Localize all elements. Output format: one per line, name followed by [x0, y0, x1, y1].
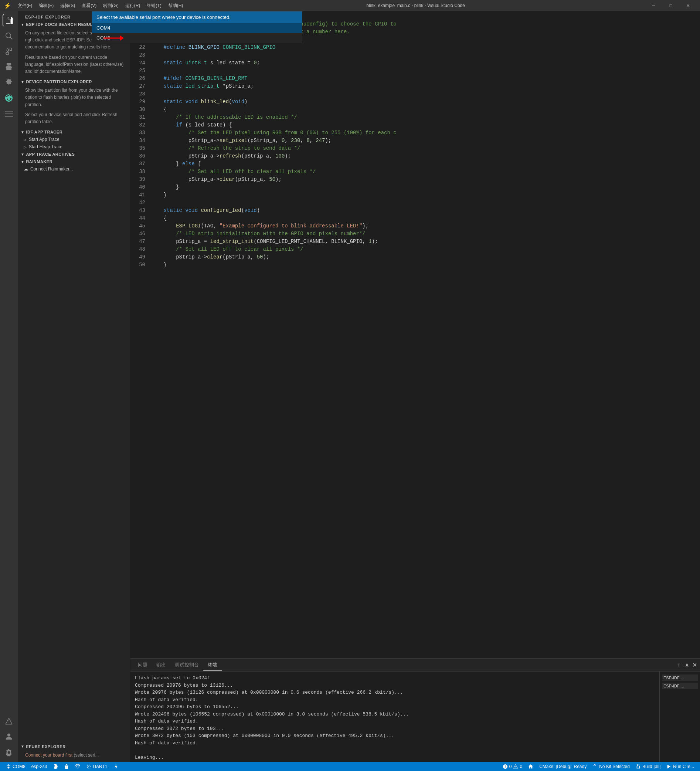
close-button[interactable]: ✕ — [679, 0, 696, 11]
dropdown-prompt: Select the available serial port where y… — [130, 11, 302, 23]
terminal-line-2: Compressed 20976 bytes to 13126... — [135, 682, 655, 689]
status-home[interactable] — [525, 764, 536, 769]
section-archives-label: APP TRACE ARCHIVES — [26, 152, 75, 156]
play-app-trace-icon: ▷ — [24, 138, 27, 142]
chevron-archives-icon: ▼ — [21, 152, 24, 156]
menu-file[interactable]: 文件(F) — [15, 2, 35, 10]
status-port[interactable]: COM8 — [3, 762, 28, 771]
terminal-line-11 — [135, 747, 655, 754]
connect-rainmaker-action[interactable]: ☁ Connect Rainmaker... — [18, 165, 130, 173]
code-editor: 18 19 20 21 22 23 24 25 26 27 28 29 30 3… — [130, 11, 700, 658]
status-gear[interactable] — [50, 762, 61, 771]
chevron-tracer-icon: ▼ — [21, 130, 24, 134]
activity-extensions-icon[interactable] — [3, 76, 15, 89]
menu-run[interactable]: 运行(R) — [122, 2, 143, 10]
start-app-trace-label: Start App Trace — [29, 137, 60, 142]
terminal-line-3: Wrote 20976 bytes (13126 compressed) at … — [135, 689, 655, 696]
terminal-line-12: Leaving... — [135, 754, 655, 761]
code-view: 18 19 20 21 22 23 24 25 26 27 28 29 30 3… — [130, 11, 700, 658]
terminal-line-8: Compressed 3072 bytes to 103... — [135, 725, 655, 732]
tab-debug-console[interactable]: 调试控制台 — [171, 659, 203, 670]
terminal-tab-espidf-2[interactable]: ESP-IDF ... — [662, 683, 698, 689]
status-cmake[interactable]: CMake: [Debug]: Ready — [536, 764, 590, 769]
menu-goto[interactable]: 转到(G) — [100, 2, 121, 10]
code-line-50: } — [151, 261, 697, 269]
chevron-partition-icon: ▼ — [21, 80, 24, 84]
panel-close-icon[interactable]: ✕ — [692, 662, 697, 669]
build-icon — [636, 764, 641, 769]
docs-search-content2: Results are based on your current vscode… — [18, 54, 130, 78]
tab-problems[interactable]: 问题 — [133, 659, 152, 670]
activity-settings-icon[interactable] — [3, 746, 15, 759]
status-project-label: esp-2s3 — [31, 764, 47, 769]
panel-add-icon[interactable]: ＋ — [676, 661, 682, 669]
efuse-link[interactable]: Connect your board first — [25, 753, 72, 758]
panel-chevron-up-icon[interactable]: ∧ — [685, 662, 689, 669]
code-line-31: /* If the addressable LED is enabled */ — [151, 114, 697, 121]
section-rainmaker[interactable]: ▼ RAINMAKER — [18, 158, 130, 165]
section-partition-label: DEVICE PARTITION EXPLORER — [26, 80, 92, 84]
panel-area: 问题 输出 调试控制台 终端 ＋ ∧ ✕ Flash params set to… — [130, 658, 700, 762]
maximize-button[interactable]: □ — [662, 0, 679, 11]
status-build[interactable]: Build [all] — [633, 764, 663, 769]
code-line-34: pStrip_a->set_pixel(pStrip_a, 0, 230, 8,… — [151, 137, 697, 145]
tab-output[interactable]: 输出 — [152, 659, 171, 670]
code-line-41: } — [151, 191, 697, 199]
dropdown-com8[interactable]: COM8 — [130, 33, 302, 43]
activity-debug-icon[interactable] — [3, 61, 15, 73]
status-run-ctest[interactable]: Run CTe... — [663, 764, 697, 769]
section-docs-label: ESP-IDF DOCS SEARCH RESULTS — [26, 22, 98, 27]
menu-select[interactable]: 选择(S) — [57, 2, 78, 10]
terminal-tab-espidf-1[interactable]: ESP-IDF ... — [662, 675, 698, 681]
activity-explorer-icon[interactable] — [3, 14, 15, 27]
start-heap-trace-action[interactable]: ▷ Start Heap Trace — [18, 143, 130, 151]
main-layout: ESP-IDF EXPLORER ▼ ESP-IDF DOCS SEARCH R… — [0, 11, 700, 762]
statusbar: COM8 esp-2s3 UART1 0 0 CMake: [Debug]: R… — [0, 762, 700, 771]
minimize-button[interactable]: ─ — [645, 0, 662, 11]
activity-search-icon[interactable] — [3, 29, 15, 42]
terminal-line-7: Hash of data verified. — [135, 718, 655, 725]
menu-terminal[interactable]: 终端(T) — [144, 2, 164, 10]
activity-account-icon[interactable] — [3, 731, 15, 743]
section-efuse[interactable]: ▼ EFUSE EXPLORER — [18, 743, 130, 750]
status-errors[interactable]: 0 0 — [500, 764, 525, 769]
activity-warning-icon[interactable] — [3, 715, 15, 728]
trash-icon — [64, 764, 69, 769]
status-run-ctest-label: Run CTe... — [673, 764, 694, 769]
home-icon — [528, 764, 533, 769]
code-line-36: pStrip_a->refresh(pStrip_a, 100); — [151, 152, 697, 160]
status-build-clean[interactable] — [72, 762, 83, 771]
status-trash[interactable] — [61, 762, 72, 771]
status-uart-label: UART1 — [93, 764, 107, 769]
activity-scm-icon[interactable] — [3, 45, 15, 58]
section-partition[interactable]: ▼ DEVICE PARTITION EXPLORER — [18, 78, 130, 85]
error-icon — [503, 764, 508, 769]
activity-esp-icon[interactable] — [3, 92, 15, 104]
status-project[interactable]: esp-2s3 — [28, 762, 50, 771]
start-app-trace-action[interactable]: ▷ Start App Trace — [18, 136, 130, 143]
terminal-content[interactable]: Flash params set to 0x024f Compressed 20… — [130, 672, 659, 762]
partition-content2: Select your device serial port and click… — [18, 111, 130, 128]
activity-remote-icon[interactable] — [3, 107, 15, 120]
status-no-kit[interactable]: No Kit Selected — [590, 764, 633, 769]
status-flash[interactable] — [110, 762, 122, 771]
code-lines[interactable]: /* Use project configuration menu (idf.p… — [148, 11, 700, 658]
menu-edit[interactable]: 编辑(E) — [36, 2, 57, 10]
activity-bar — [0, 11, 18, 762]
code-line-46: /* LED strip initialization with the GPI… — [151, 230, 697, 238]
terminal-line-9: Wrote 3072 bytes (103 compressed) at 0x0… — [135, 732, 655, 740]
activity-bar-bottom — [3, 715, 15, 759]
code-line-35: /* Refresh the strip to send data */ — [151, 145, 697, 152]
tab-terminal[interactable]: 终端 — [203, 659, 222, 671]
code-line-22: #define BLINK_GPIO CONFIG_BLINK_GPIO — [151, 44, 697, 51]
dropdown-com4[interactable]: COM4 — [130, 23, 302, 33]
status-uart[interactable]: UART1 — [83, 762, 110, 771]
section-app-tracer[interactable]: ▼ IDF APP TRACER — [18, 128, 130, 136]
status-warning-count: 0 — [520, 764, 522, 769]
status-cmake-label: CMake: [Debug]: Ready — [539, 764, 586, 769]
menu-view[interactable]: 查看(V) — [79, 2, 99, 10]
menu-help[interactable]: 帮助(H) — [165, 2, 186, 10]
cloud-icon: ☁ — [24, 166, 28, 172]
serial-port-dropdown[interactable]: Select the available serial port where y… — [130, 11, 302, 43]
section-trace-archives[interactable]: ▼ APP TRACE ARCHIVES — [18, 151, 130, 158]
